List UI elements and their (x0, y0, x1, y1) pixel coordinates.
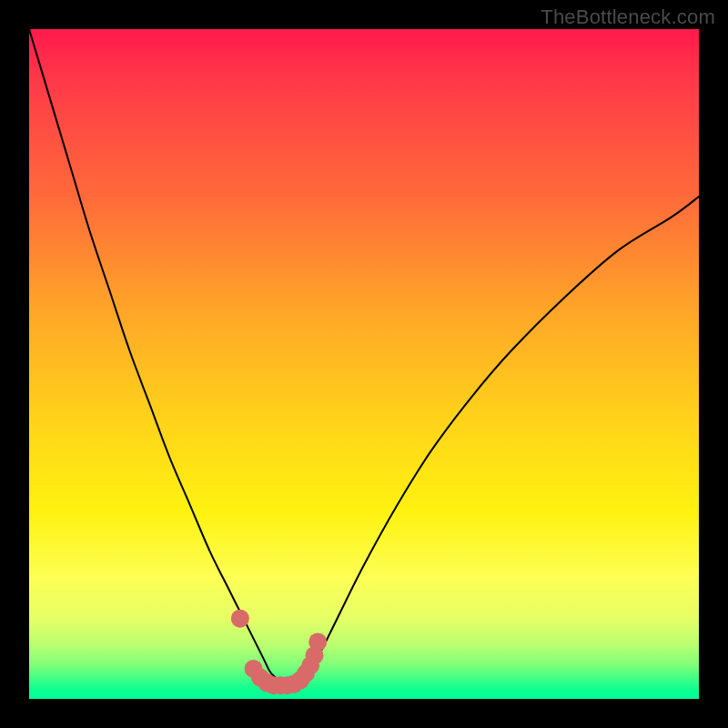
chart-svg (29, 29, 699, 699)
highlight-dot (231, 610, 249, 628)
highlight-dot (308, 632, 327, 651)
chart-outer-frame: TheBottleneck.com (0, 0, 728, 728)
watermark-text: TheBottleneck.com (541, 5, 715, 29)
bottleneck-curve (29, 29, 699, 686)
highlight-dots-group (231, 610, 327, 695)
chart-plot-area (29, 29, 699, 699)
